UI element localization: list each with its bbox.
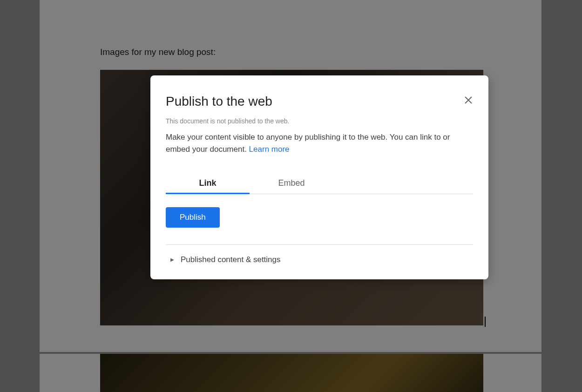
tab-embed[interactable]: Embed bbox=[250, 174, 333, 194]
modal-title: Publish to the web bbox=[166, 94, 272, 109]
published-content-settings-toggle[interactable]: ▶ Published content & settings bbox=[166, 245, 473, 268]
tab-link[interactable]: Link bbox=[166, 174, 250, 194]
description-text-content: Make your content visible to anyone by p… bbox=[166, 133, 450, 154]
learn-more-link[interactable]: Learn more bbox=[249, 145, 290, 154]
close-icon bbox=[464, 96, 473, 106]
tabs-container: Link Embed bbox=[166, 174, 473, 194]
triangle-right-icon: ▶ bbox=[170, 257, 174, 262]
publish-to-web-modal: Publish to the web This document is not … bbox=[150, 75, 488, 279]
publish-description: Make your content visible to anyone by p… bbox=[166, 131, 473, 156]
expandable-label: Published content & settings bbox=[181, 255, 281, 264]
publish-status-text: This document is not published to the we… bbox=[166, 117, 473, 125]
close-button[interactable] bbox=[462, 94, 474, 108]
modal-body: This document is not published to the we… bbox=[150, 109, 488, 279]
publish-button[interactable]: Publish bbox=[166, 207, 220, 228]
modal-header: Publish to the web bbox=[150, 75, 488, 109]
